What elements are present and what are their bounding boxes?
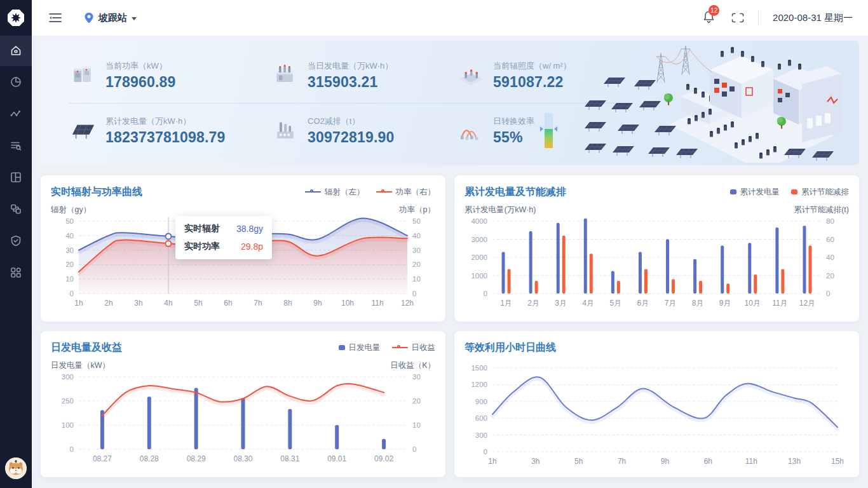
svg-text:0: 0 [70, 445, 74, 453]
card-radiation-power: 实时辐射与功率曲线 辐射（左） 功率（右） 辐射（gy）功率（p） 001010… [41, 175, 445, 322]
sidebar-item-layout[interactable] [0, 161, 32, 193]
inverter-icon [69, 64, 98, 88]
svg-text:8h: 8h [283, 299, 292, 308]
card-daily-revenue: 日发电量及收益 日发电量 日收益 日发电量（kW）日收益（K） 00100102… [41, 331, 445, 477]
svg-text:9h: 9h [661, 457, 669, 466]
main-area: 坡跟站 12 2020-08-31 星期一 [32, 0, 868, 488]
svg-text:09.02: 09.02 [374, 454, 393, 463]
svg-text:40: 40 [412, 232, 421, 240]
legend-square-marker [339, 345, 345, 350]
svg-text:1h: 1h [74, 299, 83, 308]
svg-text:7h: 7h [618, 457, 626, 466]
svg-text:15h: 15h [831, 457, 844, 466]
right-axis-unit: 功率（p） [399, 205, 435, 215]
svg-text:0: 0 [412, 290, 416, 297]
svg-text:4h: 4h [164, 299, 172, 308]
svg-text:6h: 6h [224, 299, 232, 308]
svg-text:6h: 6h [704, 457, 712, 466]
svg-text:60: 60 [826, 236, 834, 243]
station-selector[interactable]: 坡跟站 [84, 12, 137, 24]
svg-text:3000: 3000 [471, 236, 487, 243]
svg-text:11月: 11月 [772, 299, 787, 308]
card-utilization-hours: 等效利用小时日曲线 0300600900120015001h3h5h7h9h6h… [454, 331, 859, 477]
stat-value: 178960.89 [105, 74, 176, 91]
layout-board-icon [10, 171, 22, 184]
svg-text:8月: 8月 [692, 299, 704, 308]
list-search-icon [10, 139, 22, 152]
gauge-marker-left [540, 126, 543, 132]
svg-text:08.27: 08.27 [93, 454, 112, 463]
kpi-banner: 当前功率（kW）178960.89 当日发电量（万kW·h）315903.21 [41, 41, 859, 165]
menu-collapse-icon [48, 12, 62, 24]
svg-text:1h: 1h [488, 457, 496, 466]
chart-area[interactable]: 0300600900120015001h3h5h7h9h6h11h13h15h [465, 362, 849, 471]
svg-text:1000: 1000 [471, 272, 487, 280]
svg-text:30: 30 [412, 373, 421, 381]
svg-text:11h: 11h [745, 457, 757, 466]
svg-text:300: 300 [62, 373, 74, 381]
svg-text:10: 10 [412, 275, 421, 283]
svg-text:20: 20 [65, 261, 74, 268]
factory-icon [271, 119, 300, 143]
legend-power[interactable]: 功率（右） [376, 187, 436, 198]
svg-text:0: 0 [484, 290, 487, 297]
sidebar-item-apps[interactable] [0, 257, 32, 288]
shield-check-icon [10, 234, 22, 247]
svg-text:50: 50 [412, 217, 421, 225]
svg-text:12月: 12月 [799, 299, 815, 308]
user-avatar[interactable] [5, 458, 27, 479]
sidebar-item-monitor[interactable] [0, 98, 32, 130]
svg-text:20: 20 [412, 397, 421, 405]
home-icon [10, 44, 22, 57]
transformer-icon [271, 64, 300, 88]
svg-text:0: 0 [484, 448, 487, 456]
svg-text:08.30: 08.30 [233, 454, 252, 463]
station-name: 坡跟站 [98, 12, 127, 24]
top-header: 坡跟站 12 2020-08-31 星期一 [32, 0, 868, 36]
legend-cumulative-savings[interactable]: 累计节能减排 [791, 187, 849, 198]
menu-collapse-button[interactable] [48, 12, 62, 24]
sidebar-item-report[interactable] [0, 130, 32, 161]
notifications-button[interactable]: 12 [703, 10, 715, 26]
legend-radiation[interactable]: 辐射（左） [305, 187, 365, 198]
svg-text:5h: 5h [574, 457, 583, 466]
sidebar [0, 0, 32, 488]
svg-text:30: 30 [65, 247, 74, 254]
legend-daily-revenue[interactable]: 日收益 [392, 342, 436, 353]
legend-cumulative-generation[interactable]: 累计发电量 [730, 187, 780, 198]
sidebar-item-topology[interactable] [0, 193, 32, 225]
sidebar-item-safety[interactable] [0, 225, 32, 257]
chart-area[interactable]: 0010010250203003008.2708.2808.2908.3008.… [51, 370, 435, 468]
logo-octagon-icon [6, 8, 25, 27]
card-cumulative: 累计发电量及节能减排 累计发电量 累计节能减排 累计发电量(万kW·h)累计节能… [454, 175, 859, 322]
chart-area[interactable]: 00101020203030404050501h2h3h4h5h6h7h8h9h… [51, 215, 435, 313]
utilization-hours-chart[interactable]: 0300600900120015001h3h5h7h9h6h11h13h15h [465, 362, 849, 468]
svg-text:900: 900 [475, 398, 487, 405]
svg-text:20: 20 [412, 261, 421, 268]
current-date: 2020-08-31 星期一 [773, 12, 853, 24]
svg-text:40: 40 [826, 254, 834, 261]
legend-line-marker [376, 191, 392, 193]
svg-text:3月: 3月 [555, 299, 567, 308]
svg-text:80: 80 [826, 217, 834, 225]
sidebar-nav [0, 36, 32, 458]
sidebar-item-analytics[interactable] [0, 66, 32, 98]
svg-text:6月: 6月 [637, 299, 649, 308]
nodes-topology-icon [10, 203, 22, 215]
legend-daily-generation[interactable]: 日发电量 [339, 342, 381, 353]
notification-badge: 12 [709, 5, 719, 16]
plant-illustration [580, 43, 853, 163]
sidebar-item-home[interactable] [0, 36, 32, 66]
fullscreen-button[interactable] [731, 13, 744, 23]
chevron-down-icon [132, 17, 137, 20]
chart-area[interactable]: 001000202000403000604000801月2月3月4月5月6月7月… [465, 215, 849, 313]
stat-total-generation: 累计发电量（万kW·h）182373781098.79 [69, 116, 271, 146]
solar-panel-icon [69, 119, 98, 143]
stat-daily-generation: 当日发电量（万kW·h）315903.21 [271, 60, 456, 91]
chart-legend: 日发电量 日收益 [339, 342, 436, 353]
legend-square-marker [730, 189, 736, 194]
svg-text:1月: 1月 [500, 299, 512, 308]
cumulative-chart[interactable]: 001000202000403000604000801月2月3月4月5月6月7月… [465, 215, 849, 310]
svg-text:3h: 3h [531, 457, 539, 466]
daily-revenue-chart[interactable]: 0010010250203003008.2708.2808.2908.3008.… [51, 370, 435, 466]
